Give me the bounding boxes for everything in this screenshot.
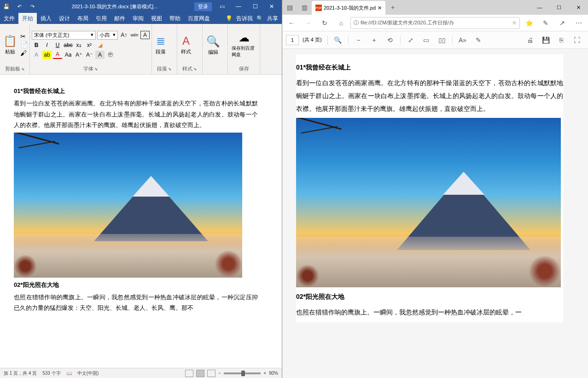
- tab-layout[interactable]: 布局: [74, 13, 92, 24]
- pdf-paragraph-2[interactable]: 也照在猎猎作响的鹰旗上。一瞬间，我忽然感觉到一种热血冲破冰层的眩晕，一: [296, 306, 563, 319]
- two-page-icon[interactable]: ▯▯: [435, 33, 449, 47]
- bold-button[interactable]: B: [32, 41, 41, 49]
- page-indicator[interactable]: 第 1 页，共 4 页: [4, 370, 37, 377]
- zoom-in-icon[interactable]: +: [367, 33, 382, 47]
- save-cloud-button[interactable]: ☁ 保存到百度网盘: [229, 30, 259, 59]
- zoom-in-icon[interactable]: +: [263, 371, 266, 376]
- styles-launcher-icon[interactable]: ⬊: [193, 67, 197, 71]
- read-view-icon[interactable]: [185, 370, 193, 377]
- vertical-tabs-icon[interactable]: ▥: [297, 0, 312, 15]
- tab-help[interactable]: 帮助: [166, 13, 184, 24]
- maximize-icon[interactable]: ☐: [549, 0, 569, 15]
- tab-view[interactable]: 视图: [147, 13, 166, 24]
- new-tab-icon[interactable]: +: [385, 0, 400, 15]
- font-name-select[interactable]: 宋体 (中文正文)▾: [32, 31, 96, 40]
- enclose-char-icon[interactable]: ㊥: [106, 51, 115, 59]
- refresh-icon[interactable]: ↻: [317, 16, 332, 30]
- find-button[interactable]: 🔍 编辑: [204, 34, 223, 57]
- draw-icon[interactable]: ✎: [471, 33, 486, 47]
- heading-1[interactable]: 01*我曾经在长城上: [14, 86, 258, 96]
- close-icon[interactable]: ✕: [263, 0, 280, 13]
- redo-icon[interactable]: ↷: [28, 4, 37, 10]
- paragraph-2[interactable]: 也照在猎猎作响的鹰旗上。一瞬间，我忽然感觉到一种热血冲破冰层的眩晕，一种沉淀压抑…: [14, 292, 258, 314]
- font-color-icon[interactable]: A: [53, 51, 62, 59]
- cut-icon[interactable]: ✂: [20, 33, 28, 40]
- fullscreen-icon[interactable]: ⛶: [570, 33, 584, 47]
- char-shading-icon[interactable]: A: [95, 51, 105, 59]
- tab-file[interactable]: 文件: [0, 13, 18, 24]
- change-case-icon[interactable]: Aa: [64, 51, 73, 59]
- pdf-viewport[interactable]: 01*我曾经在长城上 看到一位白发苍苍的画家画鹰。在北方特有的那种干燥湛蓝的天空…: [282, 49, 588, 378]
- rotate-icon[interactable]: ⟲: [383, 33, 397, 47]
- zoom-out-icon[interactable]: −: [218, 371, 221, 376]
- tab-home[interactable]: 开始: [18, 13, 37, 24]
- minimize-icon[interactable]: —: [230, 0, 247, 13]
- print-icon[interactable]: 🖨: [523, 33, 537, 47]
- reading-icon[interactable]: ✎: [538, 16, 553, 30]
- language-indicator[interactable]: 中文(中国): [77, 370, 99, 377]
- ribbon-options-icon[interactable]: ▭: [214, 0, 230, 13]
- minimize-icon[interactable]: —: [530, 0, 549, 15]
- web-view-icon[interactable]: [207, 370, 215, 377]
- grow-font2-icon[interactable]: A⁺: [74, 51, 83, 59]
- share-icon[interactable]: 🔍: [256, 15, 263, 22]
- search-icon[interactable]: 🔍: [331, 33, 345, 47]
- save-pdf-icon[interactable]: 💾: [538, 33, 553, 47]
- highlight-icon[interactable]: ab: [42, 51, 52, 59]
- maximize-icon[interactable]: ☐: [247, 0, 263, 13]
- paragraph-1[interactable]: 看到一位白发苍苍的画家画鹰。在北方特有的那种干燥湛蓝的天空下，苍劲古朴的长城默默…: [14, 98, 258, 130]
- copy-icon[interactable]: 📄: [20, 41, 28, 48]
- page-view-icon[interactable]: ▭: [419, 33, 434, 47]
- tab-mail[interactable]: 邮件: [111, 13, 129, 24]
- underline-button[interactable]: U: [53, 41, 62, 49]
- undo-icon[interactable]: ↶: [15, 4, 24, 10]
- format-painter-icon[interactable]: 🖌: [20, 49, 28, 57]
- lightbulb-icon[interactable]: 💡: [226, 15, 233, 22]
- font-size-select[interactable]: 小四▾: [97, 31, 118, 40]
- document-area[interactable]: 01*我曾经在长城上 看到一位白发苍苍的画家画鹰。在北方特有的那种干燥湛蓝的天空…: [0, 75, 282, 368]
- phonetic-icon[interactable]: wén: [130, 31, 139, 39]
- zoom-slider[interactable]: [224, 372, 261, 374]
- word-count[interactable]: 533 个字: [42, 370, 60, 377]
- clear-format-icon[interactable]: ◢: [95, 41, 105, 49]
- clipboard-launcher-icon[interactable]: ⬊: [21, 67, 25, 71]
- fit-page-icon[interactable]: ⤢: [403, 33, 418, 47]
- tab-close-icon[interactable]: ✕: [378, 5, 382, 11]
- tab-baidu[interactable]: 百度网盘: [184, 13, 214, 24]
- favorites-icon[interactable]: ⭐: [522, 16, 536, 30]
- home-icon[interactable]: ⌂: [334, 16, 349, 30]
- styles-button[interactable]: A 样式: [178, 34, 194, 56]
- para-launcher-icon[interactable]: ⬊: [168, 67, 172, 71]
- back-icon[interactable]: ←: [284, 16, 299, 30]
- zoom-out-icon[interactable]: −: [351, 33, 366, 47]
- share-button[interactable]: 共享: [267, 15, 278, 23]
- save-as-icon[interactable]: ⎘: [554, 33, 569, 47]
- save-icon[interactable]: 💾: [2, 4, 11, 10]
- subscript-button[interactable]: x₂: [74, 41, 83, 49]
- superscript-button[interactable]: x²: [85, 41, 94, 49]
- font-launcher-icon[interactable]: ⬊: [94, 67, 98, 71]
- tell-me[interactable]: 告诉我: [236, 15, 253, 23]
- read-aloud-icon[interactable]: A»: [455, 33, 470, 47]
- spell-check-icon[interactable]: 📖: [66, 371, 72, 376]
- menu-icon[interactable]: ⋯: [571, 16, 586, 30]
- grow-font-icon[interactable]: A↑: [119, 31, 128, 39]
- pdf-paragraph-1[interactable]: 看到一位白发苍苍的画家画鹰。在北方特有的那种干燥湛蓝的天空下，苍劲古朴的长城默默…: [296, 76, 563, 115]
- tab-design[interactable]: 设计: [55, 13, 74, 24]
- paragraph-button[interactable]: ≣ 段落: [153, 34, 169, 56]
- italic-button[interactable]: I: [42, 41, 52, 49]
- document-image[interactable]: ↖: [14, 133, 242, 278]
- strike-button[interactable]: abc: [64, 41, 73, 49]
- tab-review[interactable]: 审阅: [129, 13, 147, 24]
- tab-references[interactable]: 引用: [92, 13, 111, 24]
- forward-icon[interactable]: →: [301, 16, 315, 30]
- pdf-image[interactable]: [296, 118, 561, 287]
- shrink-font-icon[interactable]: A⁻: [85, 51, 94, 59]
- paste-button[interactable]: 📋 粘贴: [1, 34, 19, 56]
- tab-insert[interactable]: 插入: [37, 13, 55, 24]
- pdf-heading-1[interactable]: 01*我曾经在长城上: [296, 61, 563, 74]
- url-input[interactable]: ⓘ file:///D:/ZM/新建文件夹/2020.工作日报/办 ☆: [350, 17, 520, 29]
- print-view-icon[interactable]: [196, 370, 204, 377]
- star-icon[interactable]: ☆: [512, 20, 517, 26]
- char-border-icon[interactable]: A: [140, 31, 150, 39]
